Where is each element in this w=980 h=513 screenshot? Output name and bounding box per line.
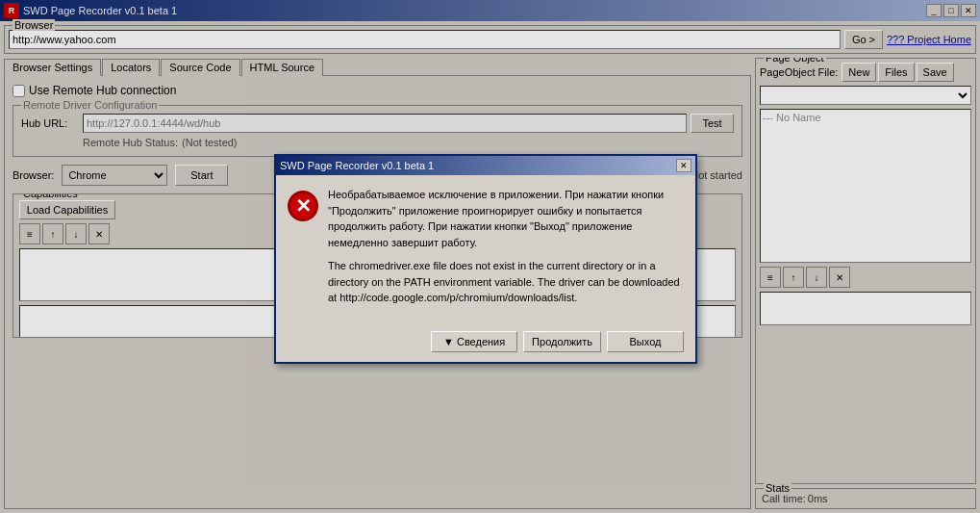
error-icon-container: ✕: [288, 191, 318, 221]
dialog-body: ✕ Необрабатываемое исключение в приложен…: [276, 175, 695, 325]
details-button[interactable]: ▼ Сведения: [431, 331, 517, 352]
dialog-message: Необрабатываемое исключение в приложении…: [328, 187, 684, 314]
exit-button[interactable]: Выход: [607, 331, 684, 352]
error-icon: ✕: [288, 191, 318, 221]
modal-overlay: SWD Page Recorder v0.1 beta 1 ✕ ✕ Необра…: [0, 0, 980, 513]
continue-button[interactable]: Продолжить: [523, 331, 601, 352]
dialog-buttons: ▼ Сведения Продолжить Выход: [276, 325, 695, 362]
dialog-russian-text: Необрабатываемое исключение в приложении…: [328, 187, 684, 250]
dialog-close-button[interactable]: ✕: [676, 159, 691, 172]
error-dialog: SWD Page Recorder v0.1 beta 1 ✕ ✕ Необра…: [274, 154, 697, 364]
dialog-title-text: SWD Page Recorder v0.1 beta 1: [280, 160, 434, 171]
dialog-english-text: The chromedriver.exe file does not exist…: [328, 258, 684, 306]
dialog-title-bar: SWD Page Recorder v0.1 beta 1 ✕: [276, 156, 695, 175]
